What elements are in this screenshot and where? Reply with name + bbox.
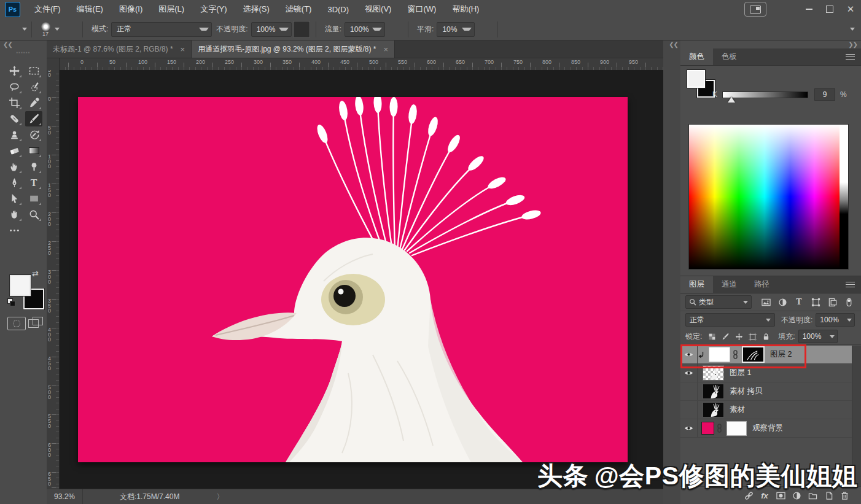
k-slider[interactable] [722,91,808,98]
dodge-tool[interactable] [25,159,42,174]
eraser-tool[interactable] [6,143,23,158]
layer-row[interactable]: 图层 2 [680,346,852,364]
screen-mode-button[interactable] [28,317,43,329]
panel-menu-icon[interactable] [846,280,855,289]
adjustment-icon[interactable] [789,489,805,502]
layer-thumbnail[interactable] [703,402,724,417]
k-value-field[interactable]: 9 [814,88,835,101]
add-mask-icon[interactable] [773,489,789,502]
document-tab[interactable]: 用通道抠羽毛-原图.jpg @ 93.2% (图层 2, 图层蒙版/8) *× [192,41,395,58]
grayscale-ramp[interactable] [840,124,849,269]
chevron-down-icon[interactable] [22,28,27,31]
type-layer-filter-icon[interactable]: T [792,296,806,308]
menu-item-F[interactable]: 文件(F) [26,0,69,18]
layout-switcher-icon[interactable] [744,2,766,17]
k-slider-thumb[interactable] [728,97,735,103]
color-panel-tab[interactable]: 色板 [713,48,746,65]
layer-name[interactable]: 图层 2 [770,349,792,360]
layer-visibility-toggle[interactable] [680,364,698,382]
color-panel-tab[interactable]: 颜色 [680,48,713,65]
layers-panel-tab[interactable]: 图层 [680,276,713,293]
layer-visibility-toggle[interactable] [680,382,698,400]
link-layers-icon[interactable] [741,489,757,502]
menu-item-T[interactable]: 滤镜(T) [278,0,320,18]
smudge-tool[interactable] [6,159,23,174]
brush-tool-preset-icon[interactable] [5,21,21,37]
document-tab[interactable]: 未标题-1 @ 87.6% (图层 2, RGB/8) *× [47,41,192,58]
flow-select[interactable]: 100% [345,22,385,37]
layer-row[interactable]: 素材 拷贝 [680,382,852,401]
layer-fill-select[interactable]: 100% [798,330,838,343]
lock-pixels-icon[interactable] [719,331,731,342]
lock-artboard-icon[interactable] [746,331,758,342]
clone-stamp-tool[interactable] [6,127,23,142]
layer-name[interactable]: 观察背景 [752,423,783,433]
minimize-button[interactable] [798,1,819,17]
eyedropper-tool[interactable] [25,95,42,110]
pixel-layer-filter-icon[interactable] [758,296,773,308]
layer-row[interactable]: 图层 1 [680,364,852,382]
smoothing-select[interactable]: 10% [437,22,475,37]
crop-tool[interactable] [6,95,23,110]
layer-mask-thumbnail[interactable] [742,346,765,363]
fill-layer-swatch[interactable] [701,422,714,435]
menu-item-S[interactable]: 选择(S) [235,0,277,18]
foreground-color-swatch[interactable] [10,275,31,296]
toggle-brush-panel-icon[interactable] [61,21,77,37]
move-tool[interactable] [6,63,23,79]
opacity-select[interactable]: 100% [251,22,292,37]
close-button[interactable]: ✕ [840,1,861,17]
panel-menu-icon[interactable] [846,52,855,61]
path-select-tool[interactable] [6,191,23,206]
more-tools[interactable] [6,223,23,238]
filter-toggle-switch[interactable] [841,296,856,308]
close-tab-icon[interactable]: × [181,45,185,54]
menu-item-I[interactable]: 图像(I) [111,0,150,18]
layer-row[interactable]: 素材 [680,401,852,419]
history-panel-icon[interactable] [664,58,679,72]
new-layer-icon[interactable] [820,489,836,502]
history-brush-tool[interactable] [25,127,42,142]
hand-tool[interactable] [6,207,23,222]
layers-panel-tab[interactable]: 路径 [746,276,778,293]
menu-item-V[interactable]: 视图(V) [357,0,399,18]
chevron-down-icon[interactable] [850,28,855,31]
layer-row[interactable]: 观察背景 [680,419,852,438]
shape-layer-filter-icon[interactable] [808,296,823,308]
smoothing-gear-icon[interactable] [476,21,492,37]
layer-filter-select[interactable]: 类型 [685,295,752,309]
layer-mask-thumbnail[interactable] [727,421,747,436]
layer-name[interactable]: 图层 1 [730,368,751,378]
layer-visibility-toggle[interactable] [680,401,698,419]
blend-mode-select[interactable]: 正常 [111,22,212,37]
swap-colors-icon[interactable]: ⇄ [32,269,39,278]
menu-item-L[interactable]: 图层(L) [150,0,192,18]
collapse-panels-icon[interactable]: ❯❯ [848,41,857,48]
layers-panel-tab[interactable]: 通道 [713,276,746,293]
close-tab-icon[interactable]: × [383,45,388,54]
delete-layer-icon[interactable] [836,489,852,502]
shape-tool[interactable] [25,191,42,206]
menu-item-H[interactable]: 帮助(H) [444,0,487,18]
menu-item-3DD[interactable]: 3D(D) [319,0,357,18]
layer-thumbnail[interactable] [703,365,724,381]
layer-name[interactable]: 素材 拷贝 [730,386,762,397]
adjustment-layer-filter-icon[interactable] [775,296,790,308]
chevron-down-icon[interactable] [55,28,60,31]
maximize-button[interactable] [819,1,840,17]
lock-transparency-icon[interactable] [706,331,718,342]
layer-thumbnail[interactable] [703,384,724,399]
type-tool[interactable]: T [25,175,42,190]
brush-pressure-size-icon[interactable] [504,21,520,37]
brush-tool[interactable] [25,111,42,126]
pen-tool[interactable] [6,175,23,190]
brush-size-preview[interactable]: 17 [37,22,53,36]
zoom-level-field[interactable]: 93.2% [47,489,83,504]
layer-opacity-select[interactable]: 100% [816,313,855,327]
layer-visibility-toggle[interactable] [680,346,698,363]
layer-visibility-toggle[interactable] [680,419,698,437]
smart-object-filter-icon[interactable] [825,296,840,308]
layer-style-icon[interactable]: fx [757,489,773,502]
quick-select-tool[interactable] [25,79,42,95]
zoom-tool[interactable] [25,207,42,222]
